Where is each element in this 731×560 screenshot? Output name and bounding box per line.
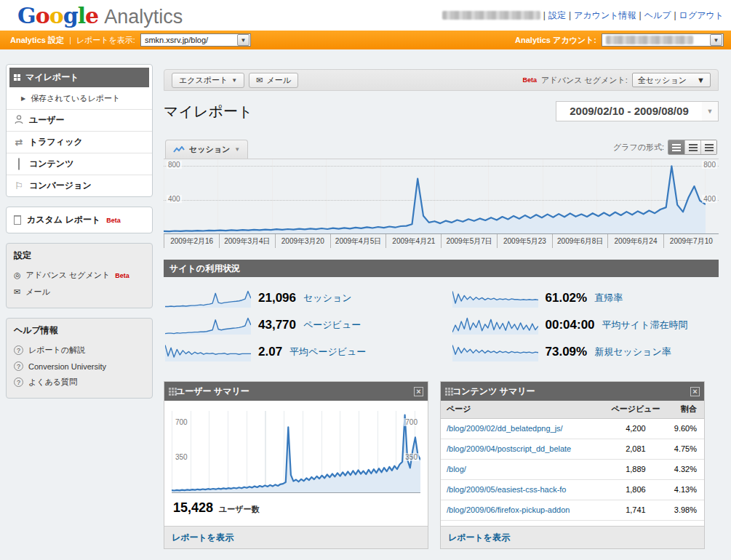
settings-title: 設定: [14, 249, 145, 262]
date-range-selector[interactable]: 2009/02/10 - 2009/08/09 ▼: [556, 101, 719, 121]
page-title: マイレポート: [164, 102, 252, 121]
content-summary-panel: コンテンツ サマリー × ページ ページビュー 割合 /blog/2009/02…: [440, 381, 705, 549]
content-summary-title: コンテンツ サマリー: [452, 385, 535, 398]
visitors-over-time-chart: 700 350 700 350: [172, 411, 420, 493]
email-button[interactable]: ✉ メール: [249, 73, 298, 88]
segment-select[interactable]: 全セッション ▼: [632, 73, 711, 87]
column-pageviews: ページビュー: [605, 401, 666, 418]
view-report-link[interactable]: レポートを表示: [448, 532, 510, 544]
sidebar-item-advanced-segments[interactable]: ◎ アドバンス セグメント Beta: [14, 267, 145, 284]
metric-avg-time-on-site: 00:04:00 平均サイト滞在時間: [452, 311, 718, 338]
view-report-link[interactable]: レポートを表示: [172, 532, 233, 544]
flag-icon: ⚐: [14, 181, 24, 191]
report-toolbar: エクスポート ▼ ✉ メール Beta アドバンス セグメント: 全セッション …: [164, 69, 719, 91]
question-icon: ?: [14, 377, 23, 387]
chevron-down-icon: ▼: [234, 146, 240, 153]
sidebar-item-traffic[interactable]: ⇄ トラフィック: [7, 131, 152, 153]
sessions-link[interactable]: セッション: [303, 292, 352, 305]
logout-link[interactable]: ログアウト: [679, 9, 724, 22]
avg-pageviews-sparkline: [165, 343, 251, 361]
help-item-conversion-university[interactable]: ? Conversion University: [14, 359, 145, 374]
page-link[interactable]: /blog/2009/02/dd_belatedpng_js/: [447, 424, 563, 433]
visitors-summary-title: ユーザー サマリー: [176, 385, 249, 398]
graph-size-small-button[interactable]: [668, 140, 684, 154]
mail-icon: ✉: [256, 76, 263, 85]
x-axis-labels: 2009年2月16 2009年3月4日 2009年3月20 2009年4月5日 …: [164, 234, 719, 248]
site-usage-metrics: 21,096 セッション 61.02% 直帰率 43,770 ページビュー 00…: [164, 284, 719, 365]
page-link[interactable]: /blog/2009/05/easiest-css-hack-fo: [447, 485, 566, 494]
view-reports-label: レポートを表示:: [76, 35, 135, 46]
sidebar-item-email[interactable]: ✉ メール: [14, 284, 145, 300]
chevron-down-icon: ▼: [702, 108, 718, 115]
page-link[interactable]: /blog/2009/04/postscript_dd_belate: [447, 444, 571, 453]
sidebar-item-saved-reports[interactable]: ▶ 保存されているレポート: [7, 90, 152, 109]
document-icon: [14, 215, 21, 225]
account-info-link[interactable]: アカウント情報: [574, 9, 636, 22]
bounce-rate-link[interactable]: 直帰率: [594, 292, 623, 305]
visitors-count: 15,428: [173, 500, 213, 516]
target-icon: ◎: [14, 271, 21, 280]
sidebar-item-content[interactable]: コンテンツ: [7, 153, 152, 175]
page-link[interactable]: /blog/2009/06/firefox-pickup-addon: [447, 505, 570, 514]
sidebar-item-custom-reports[interactable]: カスタム レポート Beta: [7, 207, 152, 233]
y-axis-tick: 400: [167, 195, 182, 203]
beta-badge: Beta: [106, 217, 121, 224]
help-item-report-guide[interactable]: ? レポートの解説: [14, 342, 145, 359]
google-logo: Google: [17, 3, 98, 28]
metric-avg-pageviews: 2.07 平均ページビュー: [165, 338, 431, 365]
y-axis-tick: 800: [702, 161, 717, 169]
orange-nav-bar: Analytics 設定 | レポートを表示: smkn.xsrv.jp/blo…: [0, 31, 731, 49]
sidebar: マイレポート ▶ 保存されているレポート ユーザー ⇄ トラフィック コンテンツ: [6, 64, 153, 549]
export-button[interactable]: エクスポート ▼: [172, 73, 244, 88]
close-icon[interactable]: ×: [414, 387, 423, 396]
bounce-rate-sparkline: [452, 289, 538, 308]
settings-link[interactable]: 設定: [548, 9, 566, 22]
masked-email: [442, 11, 540, 20]
metric-new-sessions: 73.09% 新規セッション率: [452, 338, 718, 365]
pageviews-link[interactable]: ページビュー: [303, 319, 361, 332]
close-icon[interactable]: ×: [690, 387, 700, 396]
help-box: ヘルプ情報 ? レポートの解説 ? Conversion University …: [6, 318, 153, 399]
drag-handle-icon[interactable]: [445, 388, 447, 390]
sessions-sparkline: [165, 289, 251, 308]
question-icon: ?: [14, 345, 23, 355]
analytics-settings-link[interactable]: Analytics 設定: [10, 35, 64, 46]
sidebar-item-my-reports[interactable]: マイレポート: [9, 68, 149, 87]
chevron-down-icon[interactable]: ▼: [710, 34, 722, 46]
report-profile-select[interactable]: smkn.xsrv.jp/blog/ ▼: [140, 33, 251, 47]
settings-box: 設定 ◎ アドバンス セグメント Beta ✉ メール: [6, 243, 153, 308]
metric-pageviews: 43,770 ページビュー: [165, 311, 431, 338]
help-link[interactable]: ヘルプ: [644, 9, 671, 22]
column-page: ページ: [441, 401, 605, 418]
new-sessions-link[interactable]: 新規セッション率: [594, 345, 671, 359]
sidebar-item-visitors[interactable]: ユーザー: [7, 109, 152, 131]
custom-reports-box: カスタム レポート Beta: [6, 207, 153, 233]
avg-time-link[interactable]: 平均サイト滞在時間: [602, 319, 688, 332]
graph-size-large-button[interactable]: [700, 140, 716, 154]
help-title: ヘルプ情報: [14, 324, 145, 337]
table-row: /blog/2009/02/dd_belatedpng_js/ 4,200 9.…: [441, 418, 704, 439]
sessions-metric-tab[interactable]: セッション ▼: [165, 140, 248, 159]
time-on-site-sparkline: [452, 316, 538, 335]
masked-account-name: [606, 36, 693, 44]
table-row: /blog/ 1,889 4.32%: [441, 459, 704, 479]
advanced-segments-label: アドバンス セグメント:: [541, 75, 628, 86]
sidebar-item-conversions[interactable]: ⚐ コンバージョン: [7, 175, 152, 196]
chevron-down-icon[interactable]: ▼: [237, 34, 249, 46]
top-header: Google Analytics | 設定 | アカウント情報 | ヘルプ | …: [0, 0, 731, 31]
account-select[interactable]: ▼: [602, 33, 724, 47]
chevron-down-icon: ▼: [697, 76, 705, 84]
graph-size-medium-button[interactable]: [684, 140, 700, 154]
account-links: | 設定 | アカウント情報 | ヘルプ | ログアウト: [442, 9, 724, 22]
sessions-graph-section: セッション ▼ グラフの形式: 800 400 800: [164, 139, 719, 248]
avg-pageviews-link[interactable]: 平均ページビュー: [289, 345, 366, 359]
traffic-arrows-icon: ⇄: [14, 137, 24, 147]
page-link[interactable]: /blog/: [447, 465, 466, 473]
beta-badge: Beta: [115, 272, 129, 279]
column-percent: 割合: [666, 401, 704, 418]
google-analytics-logo: Google Analytics: [17, 3, 183, 28]
drag-handle-icon[interactable]: [169, 388, 171, 390]
analytics-account-label: Analytics アカウント:: [515, 35, 596, 46]
top-content-table: ページ ページビュー 割合 /blog/2009/02/dd_belatedpn…: [441, 401, 704, 521]
help-item-faq[interactable]: ? よくある質問: [14, 374, 145, 391]
